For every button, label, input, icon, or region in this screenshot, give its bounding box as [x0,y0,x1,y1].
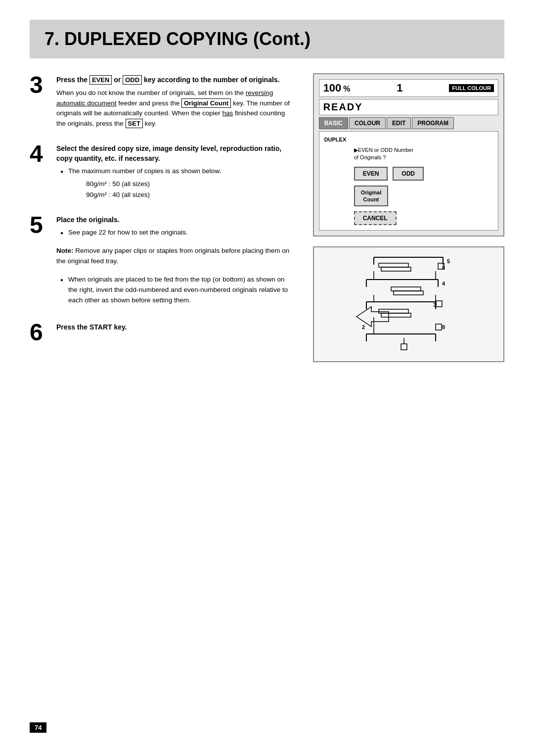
svg-text:4: 4 [442,281,445,286]
tab-edit[interactable]: EDIT [387,117,411,129]
page-title: 7. DUPLEXED COPYING (Cont.) [44,29,490,49]
ui-panel: 100 % 1 FULL COLOUR READY BASIC COLOUR E… [313,73,504,236]
step-5-bullets: See page 22 for how to set the originals… [56,228,293,238]
original-count-key: Original Count [181,98,231,108]
step-5-title: Place the originals. [56,215,293,225]
diagram-area: 5 4 [313,246,504,362]
ui-percent-sign: % [343,85,350,93]
step-3-number: 3 [30,73,48,129]
ui-original-count-button[interactable]: Original Count [354,186,389,207]
svg-text:8: 8 [442,265,445,271]
ui-even-button[interactable]: EVEN [354,167,388,181]
step-4-number: 4 [30,142,48,200]
svg-rect-12 [391,287,421,291]
set-key: SET [126,119,143,128]
svg-text:8: 8 [442,324,445,330]
svg-rect-15 [436,301,442,307]
step-3-title: Press the EVEN or ODD key according to t… [56,75,293,85]
svg-rect-13 [394,291,423,295]
note-label: Note: [56,247,74,254]
step-4-bullets: The maximum number of copies is as shown… [56,166,293,177]
ui-ready-status: READY [319,99,498,115]
step-4-indent: 80g/m² : 50 (all sizes) 90g/m² : 40 (all… [86,179,293,200]
ui-duplex-label: DUPLEX [324,137,493,142]
svg-rect-20 [381,313,411,317]
ui-full-colour-badge: FULL COLOUR [449,84,494,92]
step-5: 5 Place the originals. See page 22 for h… [30,213,293,308]
step-3-body: When you do not know the number of origi… [56,88,293,130]
step-6: 6 Press the START key. [30,321,293,344]
ui-percent-display: 100 % [323,82,351,94]
step-6-content: Press the START key. [56,321,293,344]
ui-status-bar: 100 % 1 FULL COLOUR [319,79,498,97]
tab-basic[interactable]: BASIC [319,117,348,129]
step-3-underline2: has [222,109,233,117]
step-5-content: Place the originals. See page 22 for how… [56,213,293,308]
main-layout: 3 Press the EVEN or ODD key according to… [30,73,504,362]
page-container: 7. DUPLEXED COPYING (Cont.) 3 Press the … [0,0,534,756]
step-4-title: Select the desired copy size, image dens… [56,144,293,163]
step-6-title: Press the START key. [56,323,293,332]
even-key: EVEN [89,75,112,85]
ui-tabs: BASIC COLOUR EDIT PROGRAM [319,117,498,129]
left-column: 3 Press the EVEN or ODD key according to… [30,73,293,362]
svg-text:2: 2 [362,324,365,330]
svg-rect-27 [401,344,407,350]
step-4-bullet-1: The maximum number of copies is as shown… [60,166,293,177]
ui-odd-button[interactable]: ODD [393,167,424,181]
page-number: 74 [30,722,46,733]
svg-rect-5 [381,267,411,271]
step-5-bullet-1: See page 22 for how to set the originals… [60,228,293,238]
svg-marker-11 [356,307,389,327]
diagram-svg: 5 4 [344,252,473,356]
tab-program[interactable]: PROGRAM [412,117,454,129]
svg-rect-22 [436,324,442,330]
title-bar: 7. DUPLEXED COPYING (Cont.) [30,20,504,58]
step-4: 4 Select the desired copy size, image de… [30,142,293,200]
ui-copy-count: 1 [397,82,402,94]
svg-rect-19 [379,309,408,313]
svg-rect-4 [379,263,408,267]
ui-main-area: DUPLEX ▶EVEN or ODD Numberof Originals ?… [319,131,498,231]
ui-cancel-button[interactable]: CANCEL [354,211,397,225]
odd-key: ODD [123,75,142,85]
step-5-bullet-2: When originals are placed to be fed from… [60,275,293,306]
ui-percent-value: 100 [323,82,342,94]
step-3-underline: reversing automatic document [56,89,273,107]
step-5-note: Note: Remove any paper clips or staples … [56,246,293,267]
right-column: 100 % 1 FULL COLOUR READY BASIC COLOUR E… [313,73,504,362]
step-3-content: Press the EVEN or ODD key according to t… [56,73,293,129]
step-4-content: Select the desired copy size, image dens… [56,142,293,200]
ui-even-odd-buttons: EVEN ODD [354,167,493,181]
tab-colour[interactable]: COLOUR [349,117,386,129]
svg-text:5: 5 [447,258,450,264]
step-6-number: 6 [30,321,48,344]
page-number-container: 74 [30,723,46,731]
step-3: 3 Press the EVEN or ODD key according to… [30,73,293,129]
step-5-extra-bullets: When originals are placed to be fed from… [56,275,293,306]
step-5-number: 5 [30,213,48,308]
ui-even-odd-prompt: ▶EVEN or ODD Numberof Originals ? [354,146,493,162]
